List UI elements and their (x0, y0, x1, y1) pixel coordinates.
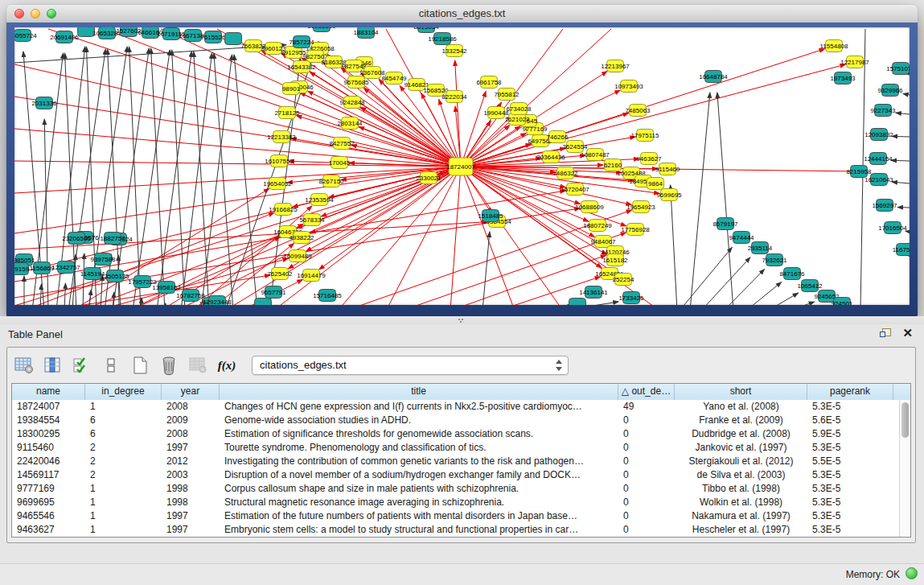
graph-node[interactable]: 20364436 (536, 151, 565, 163)
column-header-in_degree[interactable]: in_degree (85, 384, 162, 400)
graph-node[interactable]: 746266 (547, 131, 569, 143)
graph-node[interactable]: 10688609 (575, 201, 604, 213)
graph-node[interactable]: 8679197 (713, 218, 738, 230)
graph-node[interactable]: 7486322 (552, 167, 578, 179)
graph-node[interactable]: 4938222 (289, 232, 314, 244)
graph-node[interactable]: 15751074 (886, 63, 910, 75)
table-row[interactable]: 1938455462009Genome-wide association stu… (12, 414, 899, 427)
graph-node[interactable]: 12213967 (601, 60, 630, 72)
graph-node[interactable]: 16648784 (699, 71, 728, 83)
graph-node[interactable]: 62160 (604, 159, 622, 171)
graph-node[interactable]: 8427552 (329, 138, 355, 150)
graph-node[interactable] (225, 33, 242, 45)
graph-node[interactable]: 1065412 (797, 280, 823, 292)
graph-node[interactable]: 12217987 (840, 56, 869, 68)
graph-node[interactable]: 17975115 (631, 130, 660, 142)
table-row[interactable]: 977716911998Corpus callosum shape and si… (12, 482, 899, 496)
column-header-name[interactable]: name (12, 384, 85, 400)
graph-node[interactable]: 170045 (329, 157, 351, 169)
graph-node[interactable]: 2718126 (274, 107, 300, 119)
column-header-out_de[interactable]: △ out_de… (618, 384, 675, 400)
graph-node[interactable]: 12093832 (864, 129, 893, 141)
graph-node[interactable] (569, 299, 586, 306)
graph-node[interactable]: 15720407 (561, 183, 589, 196)
scrollbar-thumb[interactable] (901, 402, 909, 438)
graph-node[interactable]: 14055724 (14, 30, 37, 42)
table-row[interactable]: 946554611997Estimation of the future num… (12, 509, 899, 523)
graph-node[interactable]: 16210643 (864, 174, 893, 186)
graph-node[interactable]: 12213383 (267, 131, 296, 143)
graph-node[interactable]: 7932621 (762, 254, 787, 266)
network-canvas[interactable]: 2330021271812612213383161075531965405219… (14, 27, 910, 305)
graph-node[interactable]: 6961758 (476, 76, 502, 89)
graph-node[interactable]: 9397588 (90, 253, 116, 266)
graph-node[interactable]: 2935114 (748, 242, 773, 254)
table-row[interactable]: 969969511998Structural magnetic resonanc… (12, 496, 899, 509)
graph-node[interactable]: 7625402 (267, 268, 293, 280)
graph-node[interactable]: 9242848 (339, 97, 365, 109)
graph-node[interactable] (255, 299, 272, 306)
column-chooser-icon[interactable] (43, 355, 64, 376)
select-rows-icon[interactable] (72, 355, 92, 376)
graph-node[interactable]: 9115460 (655, 163, 680, 175)
table-row[interactable]: 1830029562008Estimation of significance … (12, 427, 899, 441)
close-panel-icon[interactable]: ✕ (902, 328, 913, 339)
graph-node[interactable]: 12353594 (305, 194, 334, 206)
graph-node[interactable]: 11554808 (820, 40, 849, 52)
column-header-short[interactable]: short (675, 384, 807, 400)
graph-node[interactable]: 8267150 (318, 175, 344, 187)
graph-node[interactable]: 9463627 (636, 153, 662, 165)
function-builder-icon[interactable]: f(x) (216, 355, 237, 376)
table-vertical-scrollbar[interactable] (899, 400, 910, 537)
graph-node[interactable]: 1332542 (441, 45, 467, 57)
graph-node[interactable]: 7485063 (625, 105, 651, 117)
graph-node[interactable]: 9329966 (877, 84, 903, 97)
table-row[interactable]: 1456911722003Disruption of a novel membe… (12, 468, 899, 482)
panel-splitter[interactable] (0, 316, 924, 324)
table-row[interactable]: 911546021997Tourette syndrome. Phenomeno… (12, 441, 899, 455)
table-row[interactable]: 946362711997Embryonic stem cells: a mode… (12, 523, 899, 537)
graph-node[interactable]: 16033809 (307, 27, 336, 32)
graph-node[interactable]: 9699695 (656, 189, 682, 201)
graph-node[interactable]: 18724007 (446, 158, 475, 175)
table-select-dropdown[interactable]: citations_edges.txt (252, 356, 569, 375)
graph-node[interactable]: 8222034 (441, 91, 467, 103)
graph-node[interactable]: 10973493 (614, 80, 643, 93)
float-panel-icon[interactable] (880, 328, 891, 339)
graph-node[interactable]: 7955812 (494, 89, 519, 101)
network-window[interactable]: citations_edges.txt 23300212718126122133… (6, 5, 918, 316)
graph-node[interactable]: 18807249 (583, 220, 612, 232)
graph-node[interactable]: 9657791 (261, 286, 286, 299)
graph-node[interactable]: 8454749 (381, 72, 407, 84)
graph-node[interactable]: 1883104 (353, 27, 379, 39)
splitter-grip-icon[interactable] (458, 318, 466, 323)
graph-node[interactable]: 8813054 (413, 27, 439, 33)
graph-node[interactable]: 7615526 (200, 31, 226, 43)
import-table-disabled-icon[interactable] (187, 355, 208, 376)
graph-node[interactable]: 39159 (14, 263, 30, 275)
graph-node[interactable]: 16107553 (265, 155, 294, 167)
table-row[interactable]: 2242004622012Investigating the contribut… (12, 455, 899, 468)
graph-node[interactable]: 252254 (613, 274, 634, 286)
window-titlebar[interactable]: citations_edges.txt (6, 5, 918, 23)
graph-node[interactable]: 924501 (832, 298, 853, 306)
graph-node[interactable]: 16914479 (297, 270, 326, 282)
column-header-title[interactable]: title (220, 384, 618, 400)
graph-node[interactable]: 20691406 (50, 31, 79, 43)
new-table-icon[interactable] (129, 355, 150, 376)
graph-node[interactable]: 8471676 (779, 268, 805, 280)
citation-network-graph[interactable]: 2330021271812612213383161075531965405219… (14, 27, 910, 305)
graph-node[interactable]: 17756928 (621, 224, 650, 236)
table-settings-icon[interactable] (14, 355, 35, 376)
graph-node[interactable]: 19218586 (428, 33, 457, 45)
graph-node[interactable]: 9474444 (729, 232, 754, 244)
graph-node[interactable]: 98901 (282, 83, 301, 95)
graph-node[interactable]: 9864 (647, 178, 664, 190)
graph-node[interactable]: 6734028 (506, 103, 532, 115)
graph-node[interactable]: 17016504 (878, 222, 907, 234)
delete-table-icon[interactable] (158, 355, 179, 376)
column-header-pagerank[interactable]: pagerank (807, 384, 893, 400)
row-height-icon[interactable] (101, 355, 121, 376)
graph-node[interactable]: 10807487 (581, 149, 610, 161)
graph-node[interactable]: 2031336 (31, 97, 57, 109)
